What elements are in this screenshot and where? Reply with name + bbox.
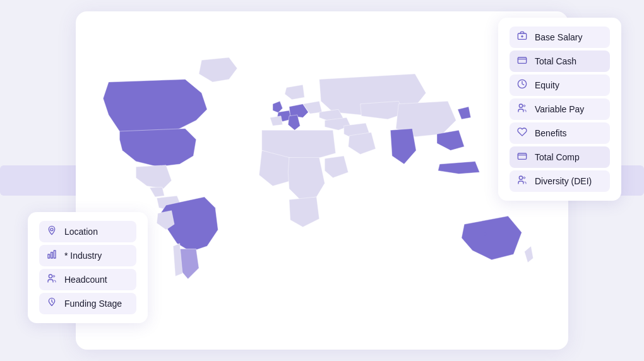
country-uk (273, 101, 283, 112)
metric-variable-pay-label: Variable Pay (535, 104, 584, 114)
country-spain (270, 116, 283, 126)
metric-base-salary-label: Base Salary (535, 32, 582, 42)
small-island-dot (484, 232, 487, 235)
metric-total-comp-label: Total Comp (535, 152, 580, 162)
total-comp-icon (516, 151, 528, 163)
variable-pay-icon (516, 103, 528, 115)
funding-stage-icon (45, 297, 58, 310)
country-ethiopia (325, 156, 348, 178)
scene: Location * Industry Headcount Funding St… (0, 0, 644, 361)
country-japan (458, 107, 471, 119)
country-south-africa (289, 197, 319, 227)
metric-total-comp[interactable]: Total Comp (510, 146, 610, 168)
svg-point-0 (51, 228, 53, 231)
metric-total-cash[interactable]: Total Cash (510, 50, 610, 72)
svg-point-4 (49, 275, 52, 278)
country-saudi (349, 133, 376, 155)
base-salary-icon (516, 31, 528, 44)
filter-funding-stage[interactable]: Funding Stage (39, 293, 136, 314)
metric-equity-label: Equity (535, 80, 559, 90)
metric-benefits[interactable]: Benefits (510, 122, 610, 144)
country-indonesia (438, 162, 480, 174)
svg-rect-13 (518, 153, 526, 159)
filter-industry[interactable]: * Industry (39, 245, 136, 266)
svg-rect-2 (51, 252, 53, 258)
left-panel: Location * Industry Headcount Funding St… (28, 212, 148, 323)
country-new-zealand (525, 246, 534, 263)
country-central-africa (288, 158, 325, 200)
country-se-asia (437, 130, 464, 150)
country-greenland (199, 57, 237, 82)
headcount-icon (45, 273, 58, 286)
filter-headcount-label: Headcount (64, 275, 107, 285)
metric-diversity[interactable]: Diversity (DEI) (510, 170, 610, 192)
country-italy (288, 115, 300, 130)
metric-diversity-label: Diversity (DEI) (535, 176, 592, 186)
country-usa (119, 129, 196, 167)
country-scandinavia (285, 85, 304, 99)
metric-benefits-label: Benefits (535, 128, 567, 138)
country-australia (462, 216, 522, 259)
total-cash-icon (516, 55, 528, 68)
svg-point-5 (53, 275, 55, 277)
country-india (390, 129, 416, 164)
filter-location[interactable]: Location (39, 221, 136, 242)
industry-icon (45, 249, 58, 262)
equity-icon (516, 79, 528, 92)
metric-total-cash-label: Total Cash (535, 56, 576, 66)
metric-variable-pay[interactable]: Variable Pay (510, 98, 610, 120)
country-central-am (150, 187, 164, 197)
svg-rect-3 (54, 251, 56, 258)
map-svg-wrap (76, 11, 568, 350)
svg-rect-9 (518, 57, 526, 63)
svg-point-14 (519, 176, 522, 179)
country-mexico (136, 165, 171, 189)
map-card (76, 11, 568, 350)
svg-point-15 (523, 177, 525, 179)
metric-equity[interactable]: Equity (510, 74, 610, 96)
filter-location-label: Location (64, 227, 98, 237)
svg-point-11 (519, 104, 522, 107)
svg-rect-1 (48, 254, 50, 258)
filter-industry-label: * Industry (64, 251, 102, 261)
filter-funding-stage-label: Funding Stage (64, 299, 122, 309)
svg-point-12 (523, 105, 525, 107)
filter-headcount[interactable]: Headcount (39, 269, 136, 290)
right-panel: Base Salary Total Cash Equity Variable P… (498, 18, 621, 201)
country-chile (173, 244, 182, 276)
metric-base-salary[interactable]: Base Salary (510, 27, 610, 48)
diversity-icon (516, 175, 528, 187)
location-icon (45, 225, 58, 238)
benefits-icon (516, 127, 528, 139)
